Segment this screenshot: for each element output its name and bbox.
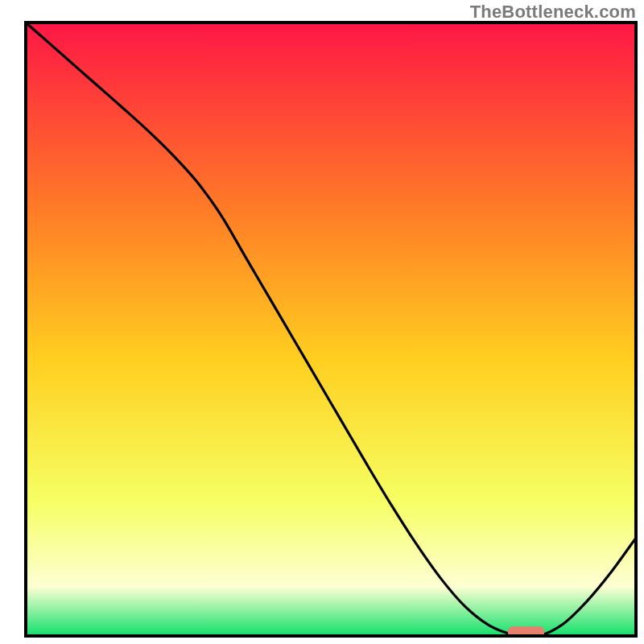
bottleneck-chart-container: TheBottleneck.com [0, 0, 644, 644]
bottleneck-curve-chart [0, 0, 644, 644]
attribution-label: TheBottleneck.com [470, 2, 636, 23]
gradient-background [26, 23, 636, 636]
plot-area [26, 23, 636, 637]
